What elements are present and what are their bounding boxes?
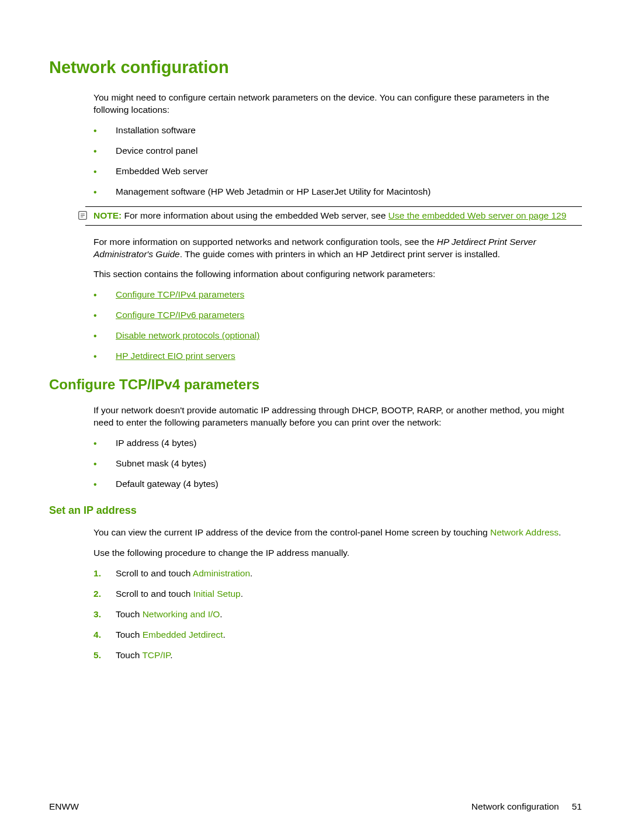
list-item: IP address (4 bytes) [93,437,582,450]
list-item: HP Jetdirect EIO print servers [93,350,582,362]
procedure-lead: Use the following procedure to change th… [93,547,582,559]
list-item: Configure TCP/IPv4 parameters [93,289,582,301]
ui-term: Administration [193,568,250,578]
ui-term: Initial Setup [193,589,241,599]
locations-list: Installation software Device control pan… [93,125,582,198]
toc-link[interactable]: Configure TCP/IPv6 parameters [116,310,244,320]
ipv4-intro-paragraph: If your network doesn't provide automati… [93,405,582,429]
step-item: Touch Networking and I/O. [93,609,582,621]
toc-list: Configure TCP/IPv4 parameters Configure … [93,289,582,362]
list-item: Embedded Web server [93,165,582,178]
section-contents-lead: This section contains the following info… [93,268,582,281]
note-icon [78,210,88,220]
page-number: 51 [572,801,582,813]
toc-link[interactable]: Disable network protocols (optional) [116,330,259,340]
step-item: Touch Embedded Jetdirect. [93,629,582,641]
intro-paragraph: You might need to configure certain netw… [93,92,582,116]
page-title: Network configuration [49,56,582,79]
procedure-steps: Scroll to and touch Administration. Scro… [93,568,582,662]
step-item: Scroll to and touch Initial Setup. [93,588,582,600]
step-item: Touch TCP/IP. [93,649,582,662]
note-label: NOTE: [93,210,122,220]
list-item: Default gateway (4 bytes) [93,478,582,490]
list-item: Configure TCP/IPv6 parameters [93,309,582,322]
footer-section-title: Network configuration [471,801,559,813]
note-text: For more information about using the emb… [122,210,388,220]
manual-params-list: IP address (4 bytes) Subnet mask (4 byte… [93,437,582,490]
toc-link[interactable]: HP Jetdirect EIO print servers [116,351,235,361]
note-callout: NOTE: For more information about using t… [85,206,582,226]
footer-left: ENWW [49,801,79,813]
step-item: Scroll to and touch Administration. [93,568,582,580]
ui-term: Networking and I/O [143,609,220,619]
list-item: Device control panel [93,145,582,157]
ui-term-network-address: Network Address [490,527,559,537]
page-footer: ENWW Network configuration 51 [49,801,582,813]
section-heading-set-ip: Set an IP address [49,503,582,517]
list-item: Management software (HP Web Jetadmin or … [93,186,582,198]
list-item: Disable network protocols (optional) [93,330,582,342]
list-item: Subnet mask (4 bytes) [93,458,582,470]
toc-link[interactable]: Configure TCP/IPv4 parameters [116,289,244,299]
note-link[interactable]: Use the embedded Web server on page 129 [389,210,567,220]
ui-term: Embedded Jetdirect [143,630,223,639]
jetdirect-guide-paragraph: For more information on supported networ… [93,236,582,261]
list-item: Installation software [93,125,582,137]
ui-term: TCP/IP [142,650,170,660]
section-heading-ipv4: Configure TCP/IPv4 parameters [49,375,582,394]
set-ip-intro: You can view the current IP address of t… [93,527,582,539]
